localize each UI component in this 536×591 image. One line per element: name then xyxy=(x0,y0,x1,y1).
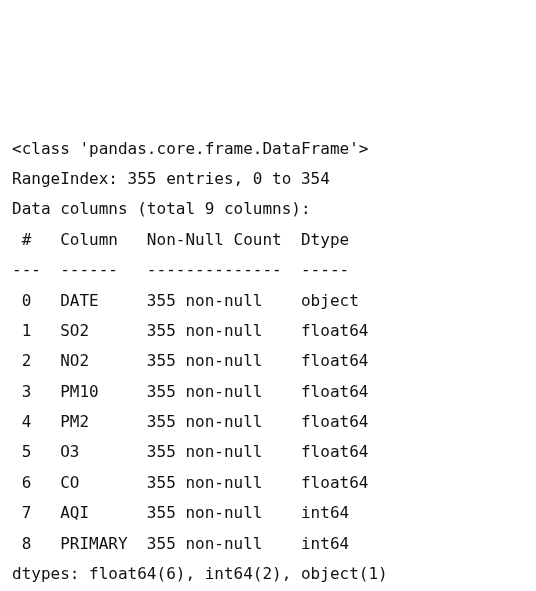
table-divider-row: --- ------ -------------- ----- xyxy=(12,260,368,279)
table-row: 4 PM2 355 non-null float64 xyxy=(12,412,368,431)
range-index-line: RangeIndex: 355 entries, 0 to 354 xyxy=(12,169,330,188)
table-row: 5 O3 355 non-null float64 xyxy=(12,442,368,461)
table-row: 2 NO2 355 non-null float64 xyxy=(12,351,368,370)
class-line: <class 'pandas.core.frame.DataFrame'> xyxy=(12,139,368,158)
info-output: <class 'pandas.core.frame.DataFrame'> Ra… xyxy=(12,134,524,591)
table-row: 1 SO2 355 non-null float64 xyxy=(12,321,368,340)
data-columns-line: Data columns (total 9 columns): xyxy=(12,199,311,218)
dtypes-line: dtypes: float64(6), int64(2), object(1) xyxy=(12,564,388,583)
table-row: 7 AQI 355 non-null int64 xyxy=(12,503,368,522)
table-header-row: # Column Non-Null Count Dtype xyxy=(12,230,368,249)
table-row: 0 DATE 355 non-null object xyxy=(12,291,368,310)
table-row: 8 PRIMARY 355 non-null int64 xyxy=(12,534,368,553)
table-row: 6 CO 355 non-null float64 xyxy=(12,473,368,492)
table-row: 3 PM10 355 non-null float64 xyxy=(12,382,368,401)
